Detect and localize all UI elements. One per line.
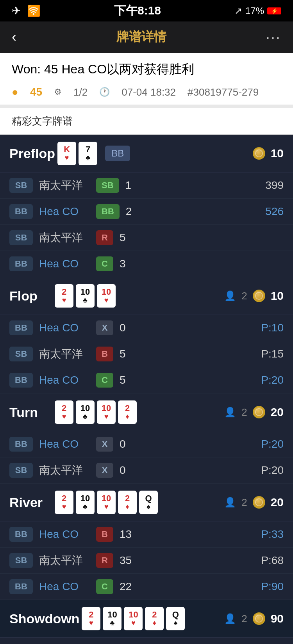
action-amount: 0 xyxy=(120,438,135,450)
action-badge: X xyxy=(96,463,113,478)
card-Q-spades: Q♠ xyxy=(166,607,185,630)
pos-bb: BB xyxy=(9,373,33,388)
chips-value: 45 xyxy=(30,86,42,98)
action-amount: 2 xyxy=(126,205,141,218)
action-right: 526 xyxy=(265,205,284,218)
action-badge: B xyxy=(96,347,113,361)
action-amount: 1 xyxy=(125,179,141,192)
hand-id: #30819775-279 xyxy=(188,86,259,98)
river-pot-amount: 20 xyxy=(271,496,284,509)
action-amount: 0 xyxy=(120,464,135,477)
chip-icon-stat: ● xyxy=(12,86,18,98)
showdown-players: 2 xyxy=(241,613,247,625)
player-name: Hea CO xyxy=(39,322,90,334)
action-right: 399 xyxy=(265,179,284,192)
pos-bb: BB xyxy=(9,527,33,542)
action-amount: 22 xyxy=(120,580,135,593)
action-row: SB 南太平洋 R 35 P:68 xyxy=(0,548,293,574)
showdown-label: Showdown xyxy=(9,611,79,626)
pos-bb: BB xyxy=(9,256,33,271)
card-2-hearts: 2♥ xyxy=(82,607,100,630)
action-amount: 5 xyxy=(120,348,135,360)
pos-sb: SB xyxy=(9,178,33,193)
more-button[interactable]: ··· xyxy=(266,30,281,44)
action-amount: 35 xyxy=(120,554,135,567)
chip-icon-flop xyxy=(253,290,265,302)
action-amount: 3 xyxy=(120,258,135,270)
action-right: P:90 xyxy=(261,580,284,593)
action-row: SB 南太平洋 SB 1 399 xyxy=(0,173,293,199)
player-name: 南太平洋 xyxy=(39,553,90,568)
person-icon: 👤 xyxy=(224,290,236,301)
card-10-clubs: 10♣ xyxy=(103,607,121,630)
player-name: Hea CO xyxy=(39,374,90,386)
card-2-hearts: 2♥ xyxy=(55,284,73,308)
section-title: 精彩文字牌谱 xyxy=(0,108,293,135)
river-label: River xyxy=(9,495,52,510)
back-button[interactable]: ‹ xyxy=(12,29,16,45)
player-name: Hea CO xyxy=(39,528,90,541)
turn-players: 2 xyxy=(241,406,247,418)
action-badge: R xyxy=(96,553,113,568)
status-left: ✈ 🛜 xyxy=(12,4,41,17)
pos-bb: BB xyxy=(9,204,33,219)
pos-bb: BB xyxy=(9,437,33,452)
action-right: P:20 xyxy=(261,464,284,477)
action-amount: 5 xyxy=(120,374,135,386)
preflop-pot-amount: 10 xyxy=(271,147,284,160)
status-time: 下午8:18 xyxy=(114,3,161,19)
river-header: River 2♥ 10♣ 10♥ 2♦ Q♠ 👤 2 20 xyxy=(0,484,293,521)
preflop-pot: 10 xyxy=(253,147,284,160)
action-badge: R xyxy=(96,230,113,245)
players-count: 1/2 xyxy=(73,86,88,98)
player-name: Hea CO xyxy=(39,205,90,218)
flop-pot: 👤 2 10 xyxy=(224,289,284,302)
action-right: P:20 xyxy=(261,374,284,386)
status-right: ↗ 17% ⚡ xyxy=(234,5,281,16)
action-amount: 13 xyxy=(120,528,135,541)
action-right: P:15 xyxy=(261,348,284,360)
action-row: BB Hea CO X 0 P:10 xyxy=(0,315,293,341)
card-2-hearts: 2♥ xyxy=(55,400,73,424)
card-2-hearts: 2♥ xyxy=(55,491,73,514)
card-10-hearts: 10♥ xyxy=(97,491,116,514)
person-icon: 👤 xyxy=(224,407,236,418)
poker-area: Preflop K♥ 7♣ BB 10 SB 南太平洋 SB 1 399 BB … xyxy=(0,135,293,644)
person-icon: 👤 xyxy=(224,497,236,508)
pos-bb: BB xyxy=(9,579,33,594)
action-badge: B xyxy=(96,527,113,542)
showdown-header: Showdown 2♥ 10♣ 10♥ 2♦ Q♠ 👤 2 90 xyxy=(0,600,293,638)
showdown-pot: 👤 2 90 xyxy=(224,612,284,625)
player-name: 南太平洋 xyxy=(39,230,90,245)
airplane-icon: ✈ xyxy=(12,4,21,17)
preflop-hole-cards: K♥ 7♣ BB xyxy=(57,142,130,165)
chip-icon-preflop xyxy=(253,147,265,160)
player-name: Hea CO xyxy=(39,438,90,450)
turn-pot: 👤 2 20 xyxy=(224,406,284,419)
card-10-clubs: 10♣ xyxy=(76,284,95,308)
chip-icon-showdown xyxy=(253,612,265,625)
location-icon: ↗ xyxy=(234,5,242,16)
showdown-pot-amount: 90 xyxy=(271,612,284,625)
battery-icon: ⚡ xyxy=(267,7,281,14)
action-row: BB Hea CO BB 2 526 xyxy=(0,199,293,225)
action-badge: C xyxy=(96,256,113,271)
action-row: BB Hea CO C 5 P:20 xyxy=(0,367,293,393)
flop-players: 2 xyxy=(241,290,247,302)
action-row: SB 南太平洋 X 0 P:20 xyxy=(0,457,293,484)
action-row: SB 南太平洋 B 5 P:15 xyxy=(0,341,293,367)
player-name: Hea CO xyxy=(39,258,90,270)
win-info-text: Won: 45 Hea CO以两对获得胜利 xyxy=(12,62,194,76)
person-icon: 👤 xyxy=(224,613,236,624)
card-10-hearts: 10♥ xyxy=(97,400,116,424)
stats-row: ● 45 ⚙ 1/2 🕐 07-04 18:32 #30819775-279 xyxy=(0,82,293,105)
flop-cards: 2♥ 10♣ 10♥ xyxy=(55,284,116,308)
player-name: 南太平洋 xyxy=(39,178,90,193)
card-10-hearts: 10♥ xyxy=(124,607,143,630)
showdown-player-1: BB Two Pairs Hea CO K♥ 7♣ 2♥ 10♣ 1 xyxy=(0,638,293,644)
section-divider xyxy=(0,105,293,108)
river-players: 2 xyxy=(241,496,247,509)
page-title: 牌谱详情 xyxy=(116,28,166,46)
player-name: 南太平洋 xyxy=(39,347,90,361)
flop-header: Flop 2♥ 10♣ 10♥ 👤 2 10 xyxy=(0,277,293,315)
